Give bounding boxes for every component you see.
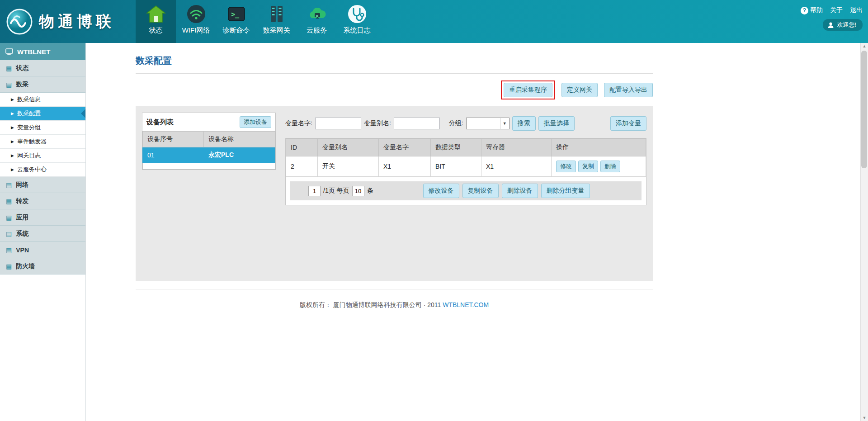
page-suffix: /1页 每页 [323,187,349,195]
top-header: 物通博联 状态 WIFI网络 [0,0,868,43]
sidebar-item-network[interactable]: ▤网络 [0,177,85,193]
terminal-icon: >_ [226,3,247,25]
caret-right-icon: ▶ [11,125,14,130]
edit-variable-button[interactable]: 修改 [556,161,576,172]
col-type: 数据类型 [431,139,481,156]
var-register: X1 [481,156,552,177]
page-size-input[interactable] [352,186,364,196]
chevron-down-icon: ▼ [500,118,509,129]
device-row[interactable]: 01 永宏PLC [143,147,275,163]
sidebar-item-system[interactable]: ▤系统 [0,226,85,242]
list-icon: ▤ [6,214,12,221]
pagination-bar: /1页 每页 条 修改设备 复制设备 删除设备 删除分组变量 [290,181,642,200]
var-name-input[interactable] [315,118,361,129]
about-link[interactable]: 关于 [830,6,843,14]
var-name: X1 [379,156,431,177]
caret-right-icon: ▶ [11,167,14,172]
welcome-text: 欢迎您! [837,21,856,29]
nav-gateway[interactable]: 数采网关 [256,0,297,43]
restart-collector-button[interactable]: 重启采集程序 [504,83,552,97]
delete-group-vars-button[interactable]: 删除分组变量 [541,184,590,198]
config-panel: 设备列表 添加设备 设备序号 设备名称 0 [136,106,653,281]
brand-name: 物通博联 [39,11,115,32]
page-actions: 重启采集程序 定义网关 配置导入导出 [136,81,653,99]
sidebar-item-forwarding[interactable]: ▤转发 [0,193,85,209]
sidebar-item-event-trigger[interactable]: ▶事件触发器 [0,135,85,149]
sidebar-title: WTBLNET [17,48,50,56]
add-device-button[interactable]: 添加设备 [240,116,271,128]
top-nav: 状态 WIFI网络 >_ 诊断命令 [136,0,377,43]
nav-status[interactable]: 状态 [136,0,176,43]
nav-wifi[interactable]: WIFI网络 [176,0,216,43]
device-list-panel: 设备列表 添加设备 设备序号 设备名称 0 [142,113,276,170]
nav-label: 数采网关 [256,26,297,35]
scroll-down-icon[interactable]: ▼ [863,416,867,420]
col-name: 变量名字 [379,139,431,156]
list-icon: ▤ [6,182,12,188]
device-col-name: 设备名称 [204,132,275,147]
variable-table: ID 变量别名 变量名字 数据类型 寄存器 操作 2 [286,138,646,177]
list-icon: ▤ [6,198,12,204]
var-type: BIT [431,156,481,177]
variable-search-bar: 变量名字: 变量别名: 分组: ▼ 搜索 批量选择 添加变量 [285,116,646,131]
sidebar-item-gateway-log[interactable]: ▶网关日志 [0,149,85,163]
restart-highlight-box: 重启采集程序 [501,80,555,99]
copy-device-button[interactable]: 复制设备 [462,184,499,198]
wtblnet-link[interactable]: WTBLNET.COM [443,301,489,308]
nav-syslog[interactable]: 系统日志 [337,0,377,43]
nav-label: 诊断命令 [216,26,256,35]
top-links: ?帮助 关于 退出 [801,6,863,14]
footer-divider [136,289,653,289]
add-variable-button[interactable]: 添加变量 [610,116,646,131]
copyright-text: 版权所有： 厦门物通博联网络科技有限公司 · 2011 [300,301,441,308]
device-list-title: 设备列表 [146,118,174,127]
device-no: 01 [143,147,204,163]
title-divider [136,73,653,74]
col-register: 寄存器 [481,139,552,156]
footer: 版权所有： 厦门物通博联网络科技有限公司 · 2011 WTBLNET.COM [136,301,653,309]
nav-label: 云服务 [297,26,337,35]
delete-variable-button[interactable]: 删除 [600,161,620,172]
nav-cloud[interactable]: ▦ 云服务 [297,0,337,43]
page-number-input[interactable] [308,186,321,196]
nav-diagnostic[interactable]: >_ 诊断命令 [216,0,256,43]
welcome-badge: 欢迎您! [823,19,863,31]
sidebar-item-status[interactable]: ▤状态 [0,60,85,76]
svg-text:>_: >_ [231,10,240,19]
help-link[interactable]: ?帮助 [801,6,823,14]
svg-text:▦: ▦ [316,14,318,17]
var-alias: 开关 [318,156,379,177]
group-select[interactable]: ▼ [466,118,509,129]
sidebar-header: WTBLNET [0,43,85,60]
search-button[interactable]: 搜索 [512,116,536,131]
nav-label: WIFI网络 [176,26,216,35]
list-icon: ▤ [6,65,12,71]
copy-variable-button[interactable]: 复制 [578,161,598,172]
list-icon: ▤ [6,263,12,270]
sidebar-item-dataacq[interactable]: ▤数采 [0,76,85,93]
edit-device-button[interactable]: 修改设备 [423,184,459,198]
logout-link[interactable]: 退出 [850,6,863,14]
sidebar-item-dataacq-info[interactable]: ▶数采信息 [0,93,85,107]
caret-right-icon: ▶ [11,153,14,158]
list-icon: ▤ [6,247,12,253]
sidebar-item-vpn[interactable]: ▤VPN [0,242,85,258]
main-content: 数采配置 重启采集程序 定义网关 配置导入导出 设备列表 添加设备 [86,43,868,421]
sidebar-item-cloud-center[interactable]: ▶云服务中心 [0,163,85,177]
define-gateway-button[interactable]: 定义网关 [561,83,598,97]
stethoscope-icon [346,3,368,25]
caret-right-icon: ▶ [11,139,14,144]
delete-device-button[interactable]: 删除设备 [502,184,538,198]
sidebar-item-firewall[interactable]: ▤防火墙 [0,258,85,274]
sidebar-item-application[interactable]: ▤应用 [0,209,85,226]
batch-select-button[interactable]: 批量选择 [538,116,575,131]
sidebar-item-variable-groups[interactable]: ▶变量分组 [0,121,85,135]
scroll-up-icon[interactable]: ▲ [863,44,867,48]
var-alias-input[interactable] [394,118,440,129]
var-id: 2 [286,156,318,177]
device-empty-row [143,163,275,170]
sidebar-item-dataacq-config[interactable]: ▶数采配置 [0,107,85,121]
config-import-export-button[interactable]: 配置导入导出 [604,83,653,97]
variable-zone: 变量名字: 变量别名: 分组: ▼ 搜索 批量选择 添加变量 [285,113,646,274]
scrollbar-thumb[interactable] [861,51,867,168]
